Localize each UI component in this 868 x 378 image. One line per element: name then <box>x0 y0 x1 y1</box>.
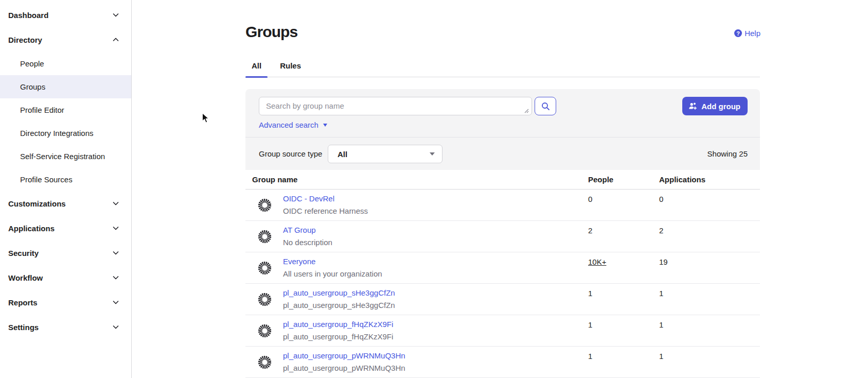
sidebar-item-groups[interactable]: Groups <box>0 75 131 98</box>
table-row: Everyone All users in your organization … <box>245 252 760 284</box>
tab-label: Rules <box>280 61 301 70</box>
column-header-group-name: Group name <box>245 175 588 184</box>
tab-rules[interactable]: Rules <box>274 59 307 77</box>
applications-count: 1 <box>659 352 663 360</box>
help-icon: ? <box>734 29 742 37</box>
people-count: 1 <box>588 320 592 329</box>
people-count[interactable]: 10K+ <box>588 257 606 266</box>
group-source-type-label: Group source type <box>259 149 322 158</box>
caret-down-icon <box>323 124 327 127</box>
tab-label: All <box>252 61 261 70</box>
sidebar-item-label: Workflow <box>8 273 43 282</box>
group-icon <box>258 230 271 243</box>
advanced-search-link[interactable]: Advanced search <box>259 121 327 129</box>
search-icon <box>541 102 550 111</box>
sidebar-item-security[interactable]: Security <box>0 240 131 265</box>
sidebar-item-label: Groups <box>20 82 45 91</box>
tab-bar: All Rules <box>245 59 760 77</box>
table-row: OIDC - DevRel OIDC reference Harness 0 0 <box>245 190 760 221</box>
sidebar-item-reports[interactable]: Reports <box>0 290 131 315</box>
advanced-search-label: Advanced search <box>259 121 318 129</box>
sidebar-item-settings[interactable]: Settings <box>0 315 131 339</box>
group-description: No description <box>283 236 588 249</box>
group-source-type-select[interactable]: All <box>328 145 442 163</box>
sidebar-item-label: Dashboard <box>8 11 48 20</box>
search-input[interactable] <box>259 97 532 115</box>
group-icon <box>258 356 271 369</box>
sidebar-item-label: Applications <box>8 224 55 233</box>
group-icon <box>258 293 271 306</box>
group-description: All users in your organization <box>283 268 588 280</box>
group-icon <box>258 199 271 212</box>
sidebar-item-label: Self-Service Registration <box>20 152 105 161</box>
chevron-up-icon <box>112 36 120 44</box>
chevron-down-icon <box>112 273 120 282</box>
group-name-link[interactable]: pl_auto_usergroup_pWRNMuQ3Hn <box>283 350 405 362</box>
page-title: Groups <box>245 23 297 41</box>
group-description: pl_auto_usergroup_sHe3ggCfZn <box>283 299 588 312</box>
sidebar-item-applications[interactable]: Applications <box>0 216 131 240</box>
column-header-applications: Applications <box>659 175 760 184</box>
column-header-people: People <box>588 175 659 184</box>
group-icon <box>258 262 271 274</box>
people-count: 1 <box>588 352 592 360</box>
group-name-link[interactable]: Everyone <box>283 255 315 268</box>
sidebar-item-profile-editor[interactable]: Profile Editor <box>0 98 131 122</box>
sidebar-item-label: Reports <box>8 298 38 307</box>
chevron-down-icon <box>112 224 120 232</box>
add-group-button[interactable]: Add group <box>682 97 748 115</box>
group-name-link[interactable]: pl_auto_usergroup_fHqZKzX9Fi <box>283 318 393 331</box>
sidebar-item-directory-integrations[interactable]: Directory Integrations <box>0 122 131 145</box>
applications-count: 19 <box>659 257 668 266</box>
sidebar-item-people[interactable]: People <box>0 52 131 75</box>
chevron-down-icon <box>112 199 120 208</box>
sidebar-item-label: Customizations <box>8 199 66 208</box>
group-description: OIDC reference Harness <box>283 205 588 217</box>
group-source-type-value: All <box>338 150 347 159</box>
group-description: pl_auto_usergroup_fHqZKzX9Fi <box>283 331 588 343</box>
sidebar-item-directory[interactable]: Directory <box>0 27 131 52</box>
tab-all[interactable]: All <box>245 59 268 77</box>
select-caret-icon <box>430 152 435 156</box>
group-name-link[interactable]: AT Group <box>283 224 316 236</box>
sidebar-item-customizations[interactable]: Customizations <box>0 191 131 216</box>
sidebar-item-dashboard[interactable]: Dashboard <box>0 3 131 27</box>
chevron-down-icon <box>112 323 120 331</box>
table-row: pl_auto_usergroup_pWRNMuQ3Hn pl_auto_use… <box>245 347 760 378</box>
filters-panel: Advanced search Add group Group source t… <box>245 89 760 170</box>
showing-count: Showing 25 <box>707 149 748 158</box>
people-count: 0 <box>588 195 592 203</box>
help-label: Help <box>745 29 760 38</box>
group-icon <box>258 324 271 337</box>
applications-count: 0 <box>659 195 663 203</box>
table-row: pl_auto_usergroup_sHe3ggCfZn pl_auto_use… <box>245 284 760 315</box>
sidebar-item-label: Settings <box>8 323 39 332</box>
groups-table: Group name People Applications OIDC - De… <box>245 170 760 378</box>
sidebar-item-self-service-registration[interactable]: Self-Service Registration <box>0 145 131 168</box>
applications-count: 1 <box>659 289 663 298</box>
chevron-down-icon <box>112 11 120 19</box>
sidebar-item-label: Directory Integrations <box>20 129 94 138</box>
sidebar-item-workflow[interactable]: Workflow <box>0 265 131 290</box>
group-name-link[interactable]: pl_auto_usergroup_sHe3ggCfZn <box>283 287 395 299</box>
table-header: Group name People Applications <box>245 170 760 190</box>
people-count: 1 <box>588 289 592 298</box>
search-section: Advanced search Add group <box>245 89 760 138</box>
person-add-icon <box>688 102 697 111</box>
chevron-down-icon <box>112 249 120 257</box>
sidebar-item-label: Directory <box>8 36 42 44</box>
group-description: pl_auto_usergroup_pWRNMuQ3Hn <box>283 362 588 374</box>
sidebar-item-label: Security <box>8 249 39 257</box>
add-group-label: Add group <box>701 102 740 111</box>
sidebar-item-label: People <box>20 59 44 68</box>
table-body: OIDC - DevRel OIDC reference Harness 0 0… <box>245 190 760 378</box>
table-row: AT Group No description 2 2 <box>245 221 760 252</box>
help-link[interactable]: ? Help <box>734 29 760 38</box>
sidebar-item-profile-sources[interactable]: Profile Sources <box>0 168 131 191</box>
group-source-bar: Group source type All Showing 25 <box>245 138 760 170</box>
chevron-down-icon <box>112 298 120 306</box>
search-button[interactable] <box>535 97 556 115</box>
applications-count: 1 <box>659 320 663 329</box>
group-name-link[interactable]: OIDC - DevRel <box>283 193 334 205</box>
people-count: 2 <box>588 226 592 235</box>
